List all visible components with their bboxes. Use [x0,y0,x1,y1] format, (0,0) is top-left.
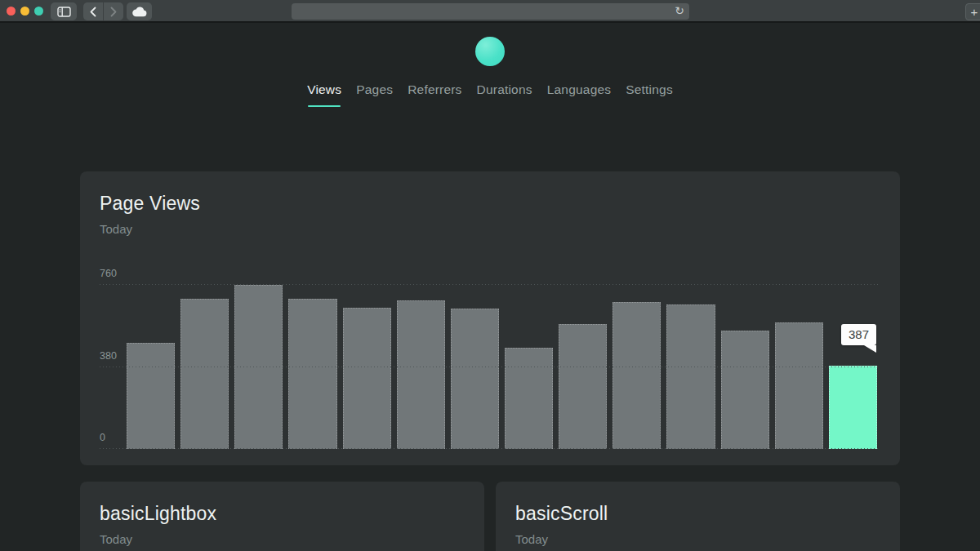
nav-tab-referrers[interactable]: Referrers [408,82,461,104]
gridline-0 [100,448,880,449]
chart-bar[interactable] [451,309,499,449]
main-nav: ViewsPagesReferrersDurationsLanguagesSet… [0,82,980,104]
forward-button[interactable] [104,2,123,20]
chart-bar[interactable] [288,299,336,449]
nav-tab-languages[interactable]: Languages [547,82,612,104]
card-subtitle: Today [515,532,548,546]
gridline-380 [100,367,880,367]
nav-tab-settings[interactable]: Settings [626,82,673,104]
gridline-760 [100,284,880,285]
reload-icon[interactable]: ↻ [675,4,684,17]
page-views-card: Page Views Today 387 0380760 [80,171,900,465]
page-subtitle: Today [100,222,132,236]
back-button[interactable] [83,2,103,20]
chart-bar[interactable] [180,299,229,449]
chart-bar[interactable] [829,366,877,449]
basiclightbox-card[interactable]: basicLightbox Today [80,482,484,551]
chart-bar[interactable] [612,302,661,449]
chart-bar[interactable] [775,322,823,449]
chart-bar[interactable] [127,343,175,449]
chart-bar[interactable] [721,331,769,449]
zoom-window-button[interactable] [34,7,43,16]
card-subtitle: Today [100,532,132,546]
new-tab-button[interactable]: + [965,3,980,20]
nav-tab-views[interactable]: Views [307,82,341,104]
window-controls [7,7,43,16]
sidebar-icon [57,7,71,17]
minimize-window-button[interactable] [20,7,29,16]
chart-bars [127,285,877,449]
card-title: basicScroll [515,503,608,525]
chevron-right-icon [109,7,118,17]
ackee-logo [475,37,505,66]
nav-tab-durations[interactable]: Durations [477,82,532,104]
page-title: Page Views [100,193,200,215]
icloud-tabs-button[interactable] [127,2,152,20]
chart-bar[interactable] [559,324,607,449]
chart-bar[interactable] [666,304,715,449]
address-bar[interactable]: ↻ [292,3,689,20]
browser-toolbar: ↻ + [0,0,980,23]
chart-bar[interactable] [397,300,445,449]
chart-bar[interactable] [234,285,283,449]
ytick-label-380: 380 [100,350,117,362]
ytick-label-0: 0 [100,432,105,443]
url-input[interactable] [292,3,689,20]
chart-bar[interactable] [343,308,391,449]
nav-tab-pages[interactable]: Pages [356,82,393,104]
cloud-icon [132,7,147,17]
sidebar-toggle-button[interactable] [51,2,77,20]
chart-bar[interactable] [505,348,553,449]
close-window-button[interactable] [7,7,16,16]
chart-tooltip: 387 [841,324,876,345]
basicscroll-card[interactable]: basicScroll Today [496,482,900,551]
card-title: basicLightbox [100,503,216,525]
chevron-left-icon [89,7,97,17]
ytick-label-760: 760 [100,268,117,279]
page-views-chart: 387 0380760 [100,262,880,449]
